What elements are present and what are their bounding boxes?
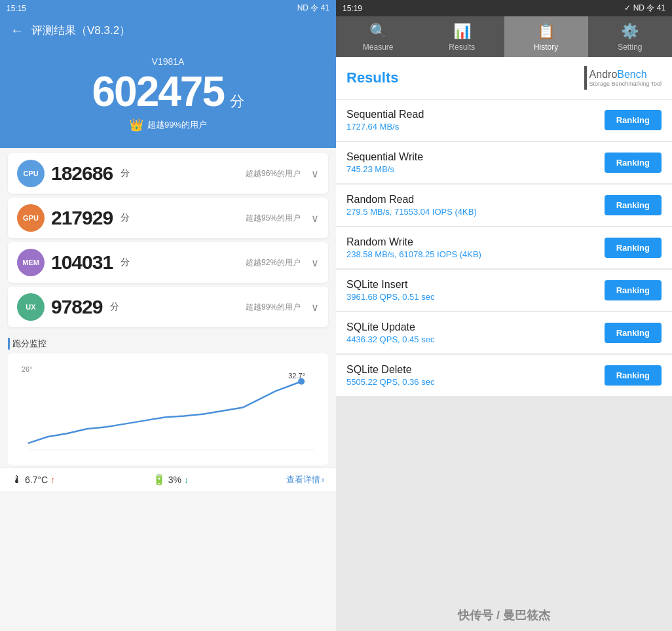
tab-label-setting: Setting (618, 43, 642, 52)
thermometer-icon: 🌡 (12, 474, 22, 486)
metric-rank-ux: 超越99%的用户 (246, 302, 301, 313)
tab-icon-history: 📋 (537, 23, 555, 40)
metric-score-gpu: 217929 (51, 207, 113, 229)
temp-arrow: ↑ (50, 475, 55, 485)
tab-icon-setting: ⚙️ (621, 23, 639, 40)
metric-badge-gpu: GPU (17, 204, 45, 232)
ranking-button-2[interactable]: Ranking (605, 195, 662, 215)
tab-icon-results: 📊 (453, 23, 471, 40)
tab-icon-measure: 🔍 (369, 23, 387, 40)
nav-tab-measure[interactable]: 🔍 Measure (336, 16, 420, 57)
tab-label-results: Results (449, 43, 475, 52)
bench-name-4: SQLite Insert (346, 279, 605, 291)
nav-tab-history[interactable]: 📋 History (504, 16, 588, 57)
metric-row-ux[interactable]: UX 97829 分 超越99%的用户 ∨ (8, 287, 328, 327)
bench-value-6: 5505.22 QPS, 0.36 sec (346, 377, 605, 387)
battery-value: 3% (168, 475, 181, 485)
bench-info-6: SQLite Delete 5505.22 QPS, 0.36 sec (346, 364, 605, 387)
page-title: 评测结果（V8.3.2） (31, 23, 130, 38)
view-details-button[interactable]: 查看详情 › (286, 474, 324, 486)
bench-item-4: SQLite Insert 3961.68 QPS, 0.51 sec Rank… (336, 270, 672, 311)
bench-name-0: Sequential Read (346, 109, 605, 120)
monitor-section: 跑分监控 26° 32.7° (0, 333, 336, 467)
metric-badge-cpu: CPU (17, 160, 45, 187)
tab-label-history: History (534, 43, 558, 52)
chevron-down-icon-ux: ∨ (311, 301, 319, 314)
temp-value: 6.7°C (25, 475, 48, 485)
rank-text: 超越99%的用户 (147, 119, 207, 131)
left-header: ← 评测结果（V8.3.2） (0, 16, 336, 45)
nav-tab-setting[interactable]: ⚙️ Setting (588, 16, 672, 57)
score-unit: 分 (230, 93, 244, 109)
left-panel: 15:15 ND 令 41 ← 评测结果（V8.3.2） V1981A 6024… (0, 0, 336, 631)
logo-bar (584, 66, 587, 90)
metric-row-cpu[interactable]: CPU 182686 分 超越96%的用户 ∨ (8, 153, 328, 194)
back-button[interactable]: ← (10, 23, 24, 38)
chevron-down-icon-cpu: ∨ (311, 168, 319, 180)
bench-info-0: Sequential Read 1727.64 MB/s (346, 109, 605, 132)
logo-sub: Storage Benchmarking Tool (589, 81, 662, 87)
chevron-down-icon-gpu: ∨ (311, 212, 319, 225)
logo-bench: Bench (617, 69, 646, 80)
ranking-button-5[interactable]: Ranking (605, 323, 662, 343)
bench-item-3: Random Write 238.58 MB/s, 61078.25 IOPS … (336, 227, 672, 268)
svg-text:26°: 26° (22, 365, 33, 373)
chevron-down-icon-mem: ∨ (311, 257, 319, 269)
left-time: 15:15 (7, 4, 26, 13)
bench-value-4: 3961.68 QPS, 0.51 sec (346, 292, 605, 302)
metrics-list: CPU 182686 分 超越96%的用户 ∨ GPU 217929 分 超越9… (0, 148, 336, 333)
bench-info-4: SQLite Insert 3961.68 QPS, 0.51 sec (346, 279, 605, 302)
metric-unit-mem: 分 (121, 257, 130, 268)
bench-info-3: Random Write 238.58 MB/s, 61078.25 IOPS … (346, 236, 605, 259)
bench-item-2: Random Read 279.5 MB/s, 71553.04 IOPS (4… (336, 185, 672, 226)
watermark: 快传号 / 曼巴筱杰 (336, 600, 672, 631)
bench-value-0: 1727.64 MB/s (346, 122, 605, 132)
crown-icon: 👑 (129, 118, 143, 132)
androbench-logo: AndroBench Storage Benchmarking Tool (584, 66, 662, 90)
nav-tabs: 🔍 Measure 📊 Results 📋 History ⚙️ Setting (336, 16, 672, 57)
results-title: Results (346, 69, 398, 86)
bench-value-5: 4436.32 QPS, 0.45 sec (346, 334, 605, 344)
view-details-label: 查看详情 (286, 474, 320, 486)
right-status-icons: ✓ ND 令 41 (624, 3, 665, 14)
bench-item-0: Sequential Read 1727.64 MB/s Ranking (336, 99, 672, 141)
right-time: 15:19 (343, 4, 362, 13)
metric-rank-gpu: 超越95%的用户 (246, 213, 301, 224)
ranking-button-4[interactable]: Ranking (605, 280, 662, 300)
bench-name-2: Random Read (346, 194, 605, 206)
bench-name-6: SQLite Delete (346, 364, 605, 376)
bench-item-6: SQLite Delete 5505.22 QPS, 0.36 sec Rank… (336, 355, 672, 396)
chart-area: 26° 32.7° (8, 353, 328, 465)
score-section: V1981A 602475 分 👑 超越99%的用户 (0, 45, 336, 148)
metric-score-ux: 97829 (51, 296, 102, 318)
temp-stat: 🌡 6.7°C ↑ (12, 474, 55, 486)
ranking-button-1[interactable]: Ranking (605, 153, 662, 173)
ranking-button-0[interactable]: Ranking (605, 110, 662, 130)
metric-row-gpu[interactable]: GPU 217929 分 超越95%的用户 ∨ (8, 198, 328, 238)
svg-point-2 (298, 378, 305, 385)
right-status-bar: 15:19 ✓ ND 令 41 (336, 0, 672, 16)
metric-unit-gpu: 分 (121, 212, 130, 224)
main-score: 602475 (92, 68, 224, 115)
metric-row-mem[interactable]: MEM 104031 分 超越92%的用户 ∨ (8, 242, 328, 283)
metric-rank-mem: 超越92%的用户 (246, 257, 301, 268)
rank-badge: 👑 超越99%的用户 (7, 118, 329, 132)
monitor-title: 跑分监控 (8, 338, 328, 350)
svg-text:32.7°: 32.7° (288, 372, 305, 380)
metric-badge-ux: UX (17, 293, 45, 321)
logo-text: AndroBench Storage Benchmarking Tool (589, 69, 662, 87)
metric-rank-cpu: 超越96%的用户 (246, 168, 301, 179)
metric-unit-cpu: 分 (121, 168, 130, 179)
bottom-stats: 🌡 6.7°C ↑ 🔋 3% ↓ 查看详情 › (0, 467, 336, 491)
bench-info-1: Sequential Write 745.23 MB/s (346, 151, 605, 174)
nav-tab-results[interactable]: 📊 Results (420, 16, 504, 57)
ranking-button-3[interactable]: Ranking (605, 238, 662, 258)
battery-icon: 🔋 (153, 473, 166, 486)
bench-info-2: Random Read 279.5 MB/s, 71553.04 IOPS (4… (346, 194, 605, 217)
ranking-button-6[interactable]: Ranking (605, 365, 662, 386)
details-arrow: › (322, 475, 324, 484)
left-status-bar: 15:15 ND 令 41 (0, 0, 336, 16)
bench-value-3: 238.58 MB/s, 61078.25 IOPS (4KB) (346, 249, 605, 259)
bench-item-1: Sequential Write 745.23 MB/s Ranking (336, 142, 672, 183)
left-status-icons: ND 令 41 (297, 3, 329, 14)
